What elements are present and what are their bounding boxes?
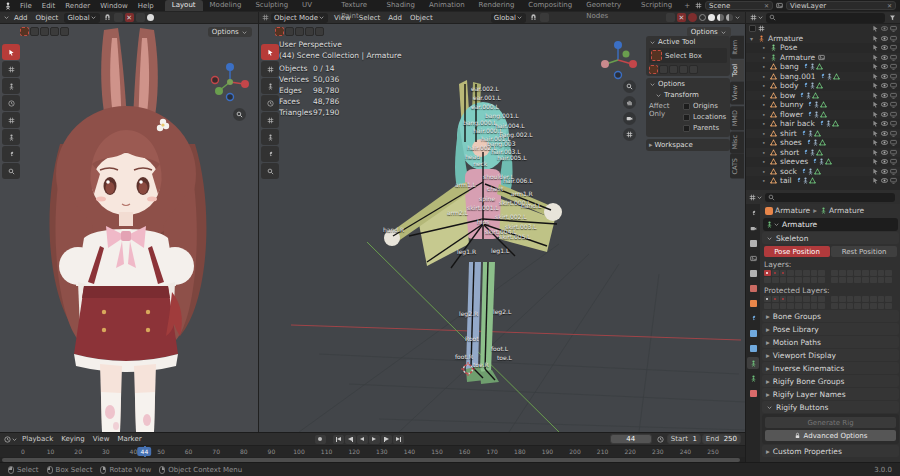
layer-toggle[interactable] xyxy=(831,303,838,309)
tab-scripting[interactable]: Scripting xyxy=(634,0,679,11)
protected-layers-grid-b[interactable] xyxy=(831,296,892,309)
annotate-tool[interactable] xyxy=(2,146,20,162)
pose-position-button[interactable]: Pose Position xyxy=(764,246,830,257)
properties-tab-object[interactable] xyxy=(747,297,759,309)
tab-modeling[interactable]: Modeling xyxy=(203,0,249,11)
layer-toggle[interactable] xyxy=(885,270,892,276)
menu-window[interactable]: Window xyxy=(95,2,133,10)
pan-hand-icon[interactable] xyxy=(623,96,636,109)
outliner-row-shoes[interactable]: •shoes xyxy=(746,138,900,148)
layer-toggle[interactable] xyxy=(839,303,846,309)
options-button-left[interactable]: Options xyxy=(208,27,252,37)
timeline-editor-icon[interactable] xyxy=(4,436,11,443)
rotate-tool[interactable] xyxy=(2,95,20,111)
n-panel-tab-mmd[interactable]: MMD xyxy=(730,106,744,130)
xray-toggle-icon[interactable] xyxy=(688,13,697,22)
layer-toggle[interactable] xyxy=(839,270,846,276)
overlays-toggle-icon[interactable] xyxy=(136,13,145,22)
n-panel-tab-misc[interactable]: Misc xyxy=(730,131,744,153)
select-mode-set-icon[interactable] xyxy=(20,27,29,36)
viewport-main[interactable]: ear.002.Lear.001.Lear.000.Lbang.001.Lban… xyxy=(258,24,745,432)
section-rigify-layer-names[interactable]: ▸Rigify Layer Names xyxy=(762,388,899,400)
layer-toggle[interactable] xyxy=(839,277,846,283)
outliner-display-mode-icon[interactable] xyxy=(750,14,757,21)
skeleton-section-header[interactable]: Skeleton xyxy=(762,232,899,244)
proportional-edit-icon[interactable] xyxy=(114,13,123,22)
active-tool-section[interactable]: Active Tool Select Box xyxy=(646,36,730,76)
disable-render-icon[interactable] xyxy=(890,25,897,32)
play-button[interactable] xyxy=(369,435,380,444)
outliner-row-sock[interactable]: •sock xyxy=(746,167,900,177)
rotate-tool[interactable] xyxy=(261,95,279,111)
layer-toggle[interactable] xyxy=(764,270,771,276)
timeline-menu-playback[interactable]: Playback xyxy=(18,435,57,443)
shading-material-icon[interactable] xyxy=(717,14,724,21)
select-mode-option-4-icon[interactable] xyxy=(315,27,324,36)
breadcrumb-object[interactable]: Armature xyxy=(775,206,810,215)
layer-toggle[interactable] xyxy=(795,277,802,283)
jump-start-button[interactable] xyxy=(333,435,344,444)
outliner-row-pose[interactable]: •Pose xyxy=(746,43,900,53)
outliner-row-tail[interactable]: •tail xyxy=(746,176,900,186)
select-mode-option-3-icon[interactable] xyxy=(50,27,59,36)
layer-toggle[interactable] xyxy=(870,277,877,283)
layer-toggle[interactable] xyxy=(764,277,771,283)
layer-toggle[interactable] xyxy=(795,296,802,302)
jump-end-button[interactable] xyxy=(393,435,404,444)
layer-toggle[interactable] xyxy=(862,270,869,276)
tab-sculpting[interactable]: Sculpting xyxy=(248,0,295,11)
n-panel-tab-tool[interactable]: Tool xyxy=(730,60,744,81)
layer-toggle[interactable] xyxy=(870,270,877,276)
layer-toggle[interactable] xyxy=(803,303,810,309)
play-reverse-button[interactable] xyxy=(357,435,368,444)
measure-tool[interactable] xyxy=(261,163,279,179)
layer-toggle[interactable] xyxy=(811,277,818,283)
layer-toggle[interactable] xyxy=(854,296,861,302)
gizmo-toggle-icon[interactable]: ✕ xyxy=(125,13,134,22)
layer-toggle[interactable] xyxy=(803,296,810,302)
protected-layers-grid-a[interactable] xyxy=(764,296,825,309)
timeline-ruler[interactable]: 0102030405060708090100110120130140150160… xyxy=(0,445,745,457)
measure-tool[interactable] xyxy=(2,163,20,179)
transform-tool[interactable] xyxy=(261,129,279,145)
tab-geometry-nodes[interactable]: Geometry Nodes xyxy=(579,0,634,11)
layer-toggle[interactable] xyxy=(795,303,802,309)
layer-toggle[interactable] xyxy=(831,270,838,276)
layer-toggle[interactable] xyxy=(878,303,885,309)
layer-toggle[interactable] xyxy=(885,296,892,302)
viewport-left[interactable]: Options xyxy=(0,24,258,432)
select-mode-option-2-icon[interactable] xyxy=(295,27,304,36)
layer-toggle[interactable] xyxy=(847,277,854,283)
layer-toggle[interactable] xyxy=(811,303,818,309)
layer-toggle[interactable] xyxy=(854,303,861,309)
rest-position-button[interactable]: Rest Position xyxy=(831,246,897,257)
section-bone-groups[interactable]: ▸Bone Groups xyxy=(762,310,899,322)
breadcrumb-data[interactable]: Armature xyxy=(829,206,864,215)
record-button[interactable] xyxy=(315,435,326,444)
layer-toggle[interactable] xyxy=(818,277,825,283)
frame-end-field[interactable]: End 250 xyxy=(702,434,741,444)
layer-toggle[interactable] xyxy=(862,303,869,309)
layer-toggle[interactable] xyxy=(854,270,861,276)
layer-toggle[interactable] xyxy=(787,270,794,276)
layer-toggle[interactable] xyxy=(764,303,771,309)
layer-toggle[interactable] xyxy=(803,270,810,276)
layer-toggle[interactable] xyxy=(847,270,854,276)
datablock-name-field[interactable]: Armature xyxy=(763,218,898,231)
properties-tab-texture[interactable] xyxy=(747,387,759,399)
tab-layout[interactable]: Layout xyxy=(165,0,203,11)
menu-file[interactable]: File xyxy=(15,2,37,10)
layer-toggle[interactable] xyxy=(878,296,885,302)
tab-shading[interactable]: Shading xyxy=(379,0,421,11)
menu-add[interactable]: Add xyxy=(10,14,32,22)
scale-tool[interactable] xyxy=(261,112,279,128)
layer-toggle[interactable] xyxy=(787,277,794,283)
orientation-dropdown-left[interactable]: Global xyxy=(64,13,99,23)
properties-tab-physics[interactable] xyxy=(747,342,759,354)
timeline-menu-keying[interactable]: Keying xyxy=(57,435,89,443)
layer-toggle[interactable] xyxy=(862,296,869,302)
options-section[interactable]: Options Transform Affect Only OriginsLoc… xyxy=(646,78,730,137)
properties-tab-view-layer[interactable] xyxy=(747,252,759,264)
snap-magnet-icon[interactable] xyxy=(103,13,112,22)
section-inverse-kinematics[interactable]: ▸Inverse Kinematics xyxy=(762,362,899,374)
